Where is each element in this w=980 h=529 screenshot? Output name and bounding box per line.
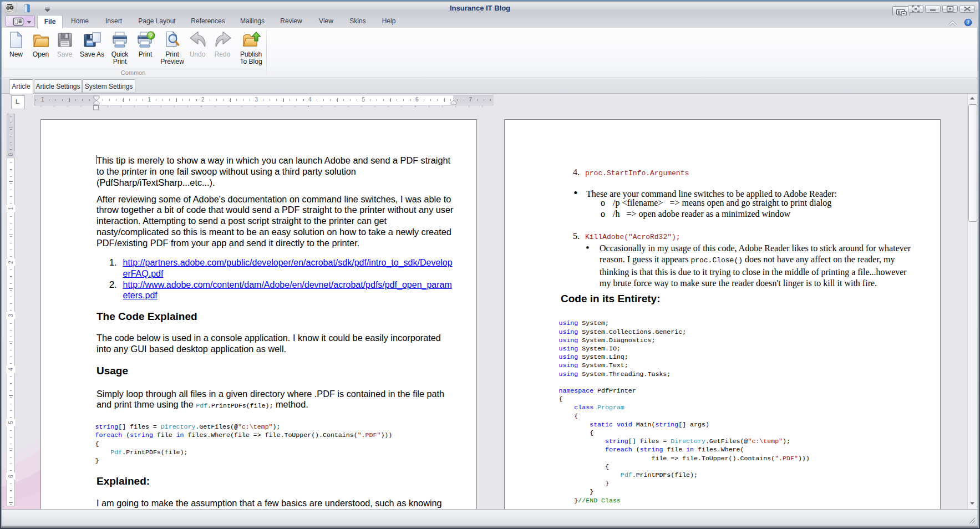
svg-text:?: ?	[149, 32, 153, 39]
